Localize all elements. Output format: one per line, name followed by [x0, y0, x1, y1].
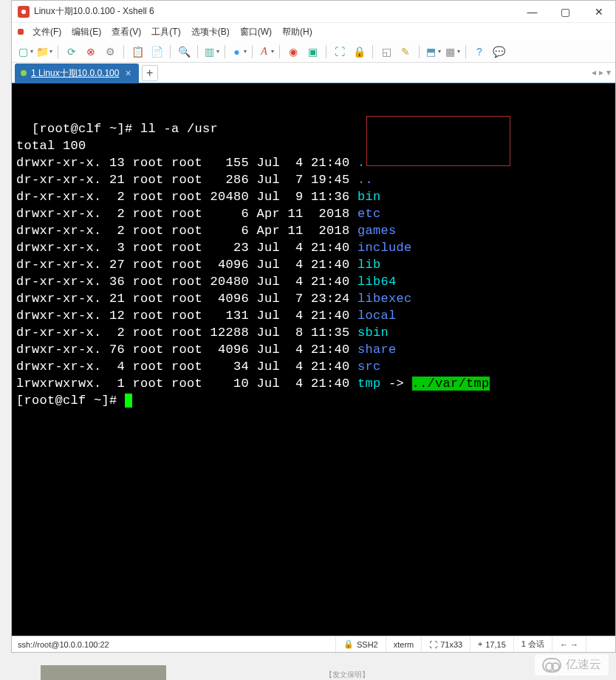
- background-fragment: [41, 665, 166, 680]
- transparency-button[interactable]: ◱: [377, 43, 395, 61]
- status-pos: ⌖17,15: [470, 636, 513, 652]
- tile-button[interactable]: ▦▾: [443, 43, 461, 61]
- minimize-button[interactable]: —: [516, 1, 549, 23]
- separator: [58, 45, 58, 58]
- separator: [170, 45, 171, 58]
- window-title: Linux十期10.0.0.100 - Xshell 6: [34, 5, 516, 18]
- fullscreen-button[interactable]: ⛶: [331, 43, 349, 61]
- background-fragment-text: 【发文保明】: [325, 670, 369, 680]
- xagent-button[interactable]: ▣: [304, 43, 321, 61]
- copy-button[interactable]: 📋: [129, 43, 146, 61]
- terminal-area[interactable]: [root@clf ~]# ll -a /usr total 100 drwxr…: [12, 83, 615, 636]
- compose-button[interactable]: ▥▾: [202, 43, 220, 61]
- menu-help[interactable]: 帮助(H): [278, 24, 317, 40]
- watermark-text: 亿速云: [566, 657, 601, 673]
- menu-window[interactable]: 窗口(W): [236, 24, 276, 40]
- session-tab[interactable]: 1 Linux十期10.0.0.100 ×: [15, 63, 139, 83]
- window-controls: — ▢ ✕: [516, 1, 615, 23]
- paste-button[interactable]: 📄: [148, 43, 165, 61]
- tab-close-icon[interactable]: ×: [123, 67, 132, 79]
- separator: [225, 45, 225, 58]
- tab-nav: ◂ ▸ ▾: [592, 67, 611, 78]
- status-sessions: 1 会话: [513, 636, 552, 652]
- separator: [372, 45, 373, 58]
- menu-handle-icon: [18, 29, 24, 35]
- properties-button[interactable]: ⚙: [101, 43, 119, 61]
- color-button[interactable]: ●▾: [230, 43, 247, 61]
- new-session-button[interactable]: ▢▾: [16, 43, 34, 61]
- menu-file[interactable]: 文件(F): [28, 24, 66, 40]
- menu-tabs[interactable]: 选项卡(B): [187, 24, 234, 40]
- status-cap: [586, 636, 615, 652]
- menu-tools[interactable]: 工具(T): [147, 24, 185, 40]
- status-ssh: 🔒SSH2: [335, 636, 386, 652]
- separator: [326, 45, 326, 58]
- tunnel-button[interactable]: ⬒▾: [424, 43, 442, 61]
- font-button[interactable]: A▾: [257, 43, 275, 61]
- maximize-button[interactable]: ▢: [549, 1, 582, 23]
- highlight-button[interactable]: ✎: [397, 43, 414, 61]
- connection-status-icon: [21, 70, 27, 76]
- tab-menu-icon[interactable]: ▾: [606, 67, 611, 78]
- annotation-rectangle: [366, 116, 510, 166]
- lock-button[interactable]: 🔒: [350, 43, 368, 61]
- separator: [279, 45, 280, 58]
- cloud-icon: [542, 658, 561, 673]
- about-button[interactable]: 💬: [490, 43, 507, 61]
- status-term: xterm: [386, 636, 422, 652]
- separator: [419, 45, 420, 58]
- disconnect-button[interactable]: ⊗: [82, 43, 100, 61]
- lock-icon: 🔒: [343, 639, 354, 649]
- find-button[interactable]: 🔍: [175, 43, 193, 61]
- reconnect-button[interactable]: ⟳: [63, 43, 81, 61]
- separator: [123, 45, 124, 58]
- new-tab-button[interactable]: +: [142, 65, 158, 81]
- nav-arrows-icon[interactable]: ← →: [560, 640, 578, 649]
- status-nav: ← →: [552, 636, 586, 652]
- status-connection: ssh://root@10.0.0.100:22: [12, 640, 335, 649]
- tab-next-icon[interactable]: ▸: [599, 67, 603, 78]
- size-icon: ⛶: [429, 640, 437, 649]
- status-bar: ssh://root@10.0.0.100:22 🔒SSH2 xterm ⛶71…: [12, 636, 615, 652]
- menu-edit[interactable]: 编辑(E): [67, 24, 106, 40]
- title-bar: Linux十期10.0.0.100 - Xshell 6 — ▢ ✕: [12, 1, 615, 23]
- status-size: ⛶71x33: [421, 636, 470, 652]
- watermark: 亿速云: [535, 654, 609, 676]
- help-button[interactable]: ?: [470, 43, 488, 61]
- cursor-icon: ⌖: [478, 639, 482, 649]
- tab-bar: 1 Linux十期10.0.0.100 × + ◂ ▸ ▾: [12, 63, 615, 83]
- menu-view[interactable]: 查看(V): [107, 24, 146, 40]
- separator: [252, 45, 253, 58]
- menu-bar: 文件(F) 编辑(E) 查看(V) 工具(T) 选项卡(B) 窗口(W) 帮助(…: [12, 23, 615, 41]
- app-icon: [18, 6, 30, 18]
- tab-prev-icon[interactable]: ◂: [592, 67, 596, 78]
- xftp-button[interactable]: ◉: [284, 43, 302, 61]
- separator: [465, 45, 466, 58]
- toolbar: ▢▾ 📁▾ ⟳ ⊗ ⚙ 📋 📄 🔍 ▥▾ ●▾ A▾ ◉ ▣ ⛶ 🔒 ◱ ✎ ⬒…: [12, 41, 615, 63]
- app-window: Linux十期10.0.0.100 - Xshell 6 — ▢ ✕ 文件(F)…: [11, 0, 616, 653]
- separator: [197, 45, 198, 58]
- close-button[interactable]: ✕: [582, 1, 615, 23]
- tab-label: 1 Linux十期10.0.0.100: [31, 67, 119, 80]
- open-button[interactable]: 📁▾: [35, 43, 53, 61]
